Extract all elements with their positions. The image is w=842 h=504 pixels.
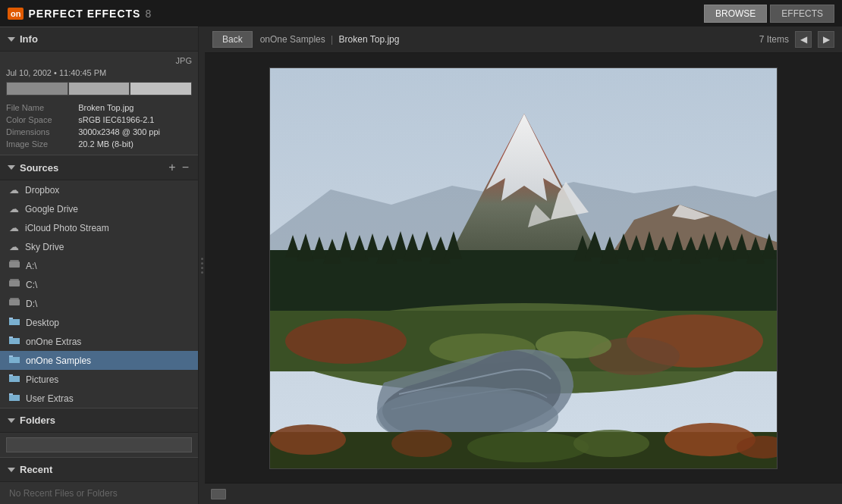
source-item-label: iCloud Photo Stream	[25, 223, 109, 233]
dimensions-label: Dimensions	[6, 126, 78, 138]
svg-rect-0	[9, 261, 20, 268]
source-item-d[interactable]: D:\	[0, 294, 198, 313]
drive-icon	[9, 279, 20, 290]
color-bar-blue	[130, 82, 192, 95]
svg-rect-1	[10, 260, 19, 261]
image-size-label: Image Size	[6, 138, 78, 150]
info-datetime: Jul 10, 2002 • 11:40:45 PM	[6, 68, 192, 77]
source-item-label: Desktop	[26, 318, 59, 328]
svg-rect-4	[9, 299, 20, 305]
sources-add-button[interactable]: +	[167, 161, 177, 174]
source-item-onone-samples[interactable]: onOne Samples	[0, 351, 198, 370]
svg-point-56	[467, 432, 589, 462]
folders-content	[0, 433, 198, 457]
prev-button[interactable]: ◀	[795, 31, 812, 48]
logo-version: 8	[145, 8, 151, 20]
info-section-header[interactable]: Info	[0, 27, 198, 52]
folder-icon	[9, 336, 20, 347]
no-recent-label: No Recent Files or Folders	[9, 488, 118, 499]
folder-icon	[9, 374, 20, 385]
bottom-bar	[205, 483, 842, 504]
folder-icon	[9, 355, 20, 366]
main-image	[269, 67, 778, 469]
effects-button[interactable]: EFFECTS	[770, 5, 834, 23]
logo-icon: on	[8, 8, 24, 20]
sources-section-label: Sources	[20, 162, 58, 174]
folders-collapse-icon	[8, 418, 15, 423]
cloud-icon: ☁	[9, 203, 19, 214]
bottom-icon	[211, 489, 226, 499]
source-item-label: onOne Extras	[26, 337, 81, 347]
folders-section-header[interactable]: Folders	[0, 408, 198, 433]
next-button[interactable]: ▶	[818, 31, 834, 48]
top-nav: BROWSE EFFECTS	[704, 5, 834, 23]
cloud-icon: ☁	[9, 241, 19, 252]
info-content: JPG Jul 10, 2002 • 11:40:45 PM File Name…	[0, 52, 198, 155]
breadcrumb: onOne Samples | Broken Top.jpg	[260, 34, 400, 45]
source-item-a[interactable]: A:\	[0, 256, 198, 275]
dimensions-value: 3000x2348 @ 300 ppi	[78, 126, 192, 138]
color-space-label: Color Space	[6, 114, 78, 126]
recent-collapse-icon	[8, 468, 15, 472]
info-table: File Name Broken Top.jpg Color Space sRG…	[6, 102, 192, 150]
sources-collapse-icon	[8, 165, 15, 170]
source-item-label: A:\	[26, 261, 37, 271]
source-item-label: D:\	[26, 299, 37, 309]
folder-search-input[interactable]	[6, 437, 192, 452]
folder-icon	[9, 393, 20, 404]
info-collapse-icon	[8, 37, 15, 42]
breadcrumb-parent: onOne Samples	[260, 34, 325, 45]
folders-section-label: Folders	[20, 415, 55, 426]
recent-section-header[interactable]: Recent	[0, 457, 198, 482]
source-item-label: User Extras	[26, 393, 74, 404]
content-area: Back onOne Samples | Broken Top.jpg 7 It…	[205, 27, 842, 504]
sources-remove-button[interactable]: −	[181, 161, 190, 174]
info-format: JPG	[6, 56, 192, 65]
browse-button[interactable]: BROWSE	[704, 5, 767, 23]
folder-icon	[9, 317, 20, 328]
resize-handle[interactable]	[199, 27, 205, 504]
logo-text: PERFECT EFFECTS	[28, 8, 140, 20]
cloud-icon: ☁	[9, 222, 19, 233]
breadcrumb-current: Broken Top.jpg	[339, 34, 400, 45]
source-item-label: Dropbox	[25, 185, 59, 196]
items-count: 7 Items	[759, 34, 789, 45]
source-item-sky-drive[interactable]: ☁Sky Drive	[0, 237, 198, 256]
svg-point-53	[391, 430, 452, 457]
source-item-desktop[interactable]: Desktop	[0, 313, 198, 332]
svg-point-52	[270, 424, 346, 455]
back-button[interactable]: Back	[212, 31, 253, 48]
color-bar-green	[68, 82, 130, 95]
svg-rect-5	[10, 298, 19, 299]
image-size-row: Image Size 20.2 MB (8-bit)	[6, 138, 192, 150]
file-name-value: Broken Top.jpg	[78, 102, 192, 114]
sources-section-header[interactable]: Sources + −	[0, 155, 198, 180]
color-space-value: sRGB IEC61966-2.1	[78, 114, 192, 126]
color-space-row: Color Space sRGB IEC61966-2.1	[6, 114, 192, 126]
source-item-label: Google Drive	[25, 204, 78, 214]
source-item-onone-extras[interactable]: onOne Extras	[0, 332, 198, 351]
source-item-label: C:\	[26, 280, 37, 290]
source-item-c[interactable]: C:\	[0, 275, 198, 294]
dimensions-row: Dimensions 3000x2348 @ 300 ppi	[6, 126, 192, 138]
file-name-row: File Name Broken Top.jpg	[6, 102, 192, 114]
color-bar-red	[6, 82, 68, 95]
breadcrumb-separator: |	[331, 34, 333, 45]
sources-list: ☁Dropbox☁Google Drive☁iCloud Photo Strea…	[0, 180, 198, 408]
svg-point-57	[573, 430, 649, 457]
logo-area: on PERFECT EFFECTS 8	[8, 8, 151, 20]
source-item-icloud-photo-stream[interactable]: ☁iCloud Photo Stream	[0, 218, 198, 237]
image-size-value: 20.2 MB (8-bit)	[78, 138, 192, 150]
info-section-label: Info	[20, 33, 38, 45]
sidebar: Info JPG Jul 10, 2002 • 11:40:45 PM File…	[0, 27, 199, 504]
recent-content: No Recent Files or Folders	[0, 482, 198, 504]
source-item-user-extras[interactable]: User Extras	[0, 389, 198, 408]
main-area: Info JPG Jul 10, 2002 • 11:40:45 PM File…	[0, 27, 842, 504]
source-item-dropbox[interactable]: ☁Dropbox	[0, 180, 198, 199]
source-item-pictures[interactable]: Pictures	[0, 370, 198, 389]
top-bar: on PERFECT EFFECTS 8 BROWSE EFFECTS	[0, 0, 842, 27]
svg-point-45	[285, 318, 407, 364]
color-bars	[6, 82, 192, 95]
source-item-google-drive[interactable]: ☁Google Drive	[0, 199, 198, 218]
svg-rect-3	[10, 279, 19, 280]
